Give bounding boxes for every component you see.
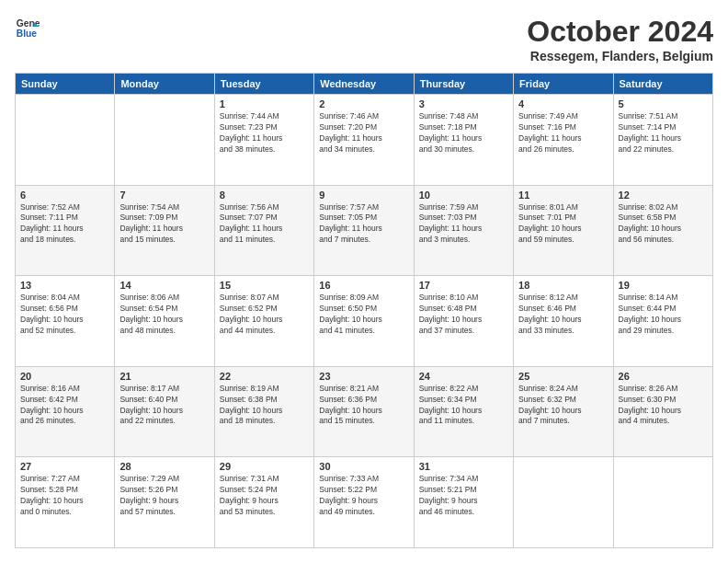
cell-content: Sunrise: 8:17 AM Sunset: 6:40 PM Dayligh… xyxy=(119,384,209,428)
cell-1-7: 5Sunrise: 7:51 AM Sunset: 7:14 PM Daylig… xyxy=(613,95,712,186)
cell-content: Sunrise: 8:12 AM Sunset: 6:46 PM Dayligh… xyxy=(518,293,608,337)
col-monday: Monday xyxy=(115,74,214,95)
cell-3-2: 14Sunrise: 8:06 AM Sunset: 6:54 PM Dayli… xyxy=(115,276,214,367)
cell-content: Sunrise: 8:26 AM Sunset: 6:30 PM Dayligh… xyxy=(619,384,708,428)
col-wednesday: Wednesday xyxy=(314,74,414,95)
day-number: 8 xyxy=(220,190,309,201)
day-number: 2 xyxy=(319,98,408,109)
cell-content: Sunrise: 7:51 AM Sunset: 7:14 PM Dayligh… xyxy=(619,111,708,155)
cell-content: Sunrise: 7:31 AM Sunset: 5:24 PM Dayligh… xyxy=(220,474,309,518)
day-number: 22 xyxy=(220,371,309,382)
day-number: 18 xyxy=(518,280,608,291)
cell-3-4: 16Sunrise: 8:09 AM Sunset: 6:50 PM Dayli… xyxy=(314,276,414,367)
cell-2-1: 6Sunrise: 7:52 AM Sunset: 7:11 PM Daylig… xyxy=(16,185,115,276)
cell-content: Sunrise: 8:06 AM Sunset: 6:54 PM Dayligh… xyxy=(119,293,209,337)
cell-3-5: 17Sunrise: 8:10 AM Sunset: 6:48 PM Dayli… xyxy=(414,276,513,367)
logo-icon: General Blue xyxy=(15,15,40,40)
cell-2-6: 11Sunrise: 8:01 AM Sunset: 7:01 PM Dayli… xyxy=(514,185,613,276)
cell-content: Sunrise: 7:56 AM Sunset: 7:07 PM Dayligh… xyxy=(220,202,309,247)
day-number: 5 xyxy=(619,98,708,109)
day-number: 13 xyxy=(20,280,109,291)
col-tuesday: Tuesday xyxy=(214,74,313,95)
day-number: 14 xyxy=(119,280,209,291)
week-row-4: 20Sunrise: 8:16 AM Sunset: 6:42 PM Dayli… xyxy=(16,366,713,457)
col-sunday: Sunday xyxy=(16,74,115,95)
month-title: October 2024 xyxy=(527,15,713,49)
day-number: 29 xyxy=(220,461,309,472)
cell-content: Sunrise: 7:52 AM Sunset: 7:11 PM Dayligh… xyxy=(20,202,109,247)
cell-content: Sunrise: 7:49 AM Sunset: 7:16 PM Dayligh… xyxy=(518,111,608,155)
col-friday: Friday xyxy=(514,74,613,95)
col-thursday: Thursday xyxy=(414,74,513,95)
day-number: 7 xyxy=(119,190,209,201)
cell-5-1: 27Sunrise: 7:27 AM Sunset: 5:28 PM Dayli… xyxy=(16,457,115,548)
cell-1-6: 4Sunrise: 7:49 AM Sunset: 7:16 PM Daylig… xyxy=(514,95,613,186)
cell-content: Sunrise: 7:33 AM Sunset: 5:22 PM Dayligh… xyxy=(319,474,408,518)
cell-2-2: 7Sunrise: 7:54 AM Sunset: 7:09 PM Daylig… xyxy=(115,185,214,276)
cell-2-3: 8Sunrise: 7:56 AM Sunset: 7:07 PM Daylig… xyxy=(214,185,313,276)
cell-4-5: 24Sunrise: 8:22 AM Sunset: 6:34 PM Dayli… xyxy=(414,366,513,457)
cell-5-7 xyxy=(613,457,712,548)
day-number: 15 xyxy=(220,280,309,291)
title-block: October 2024 Ressegem, Flanders, Belgium xyxy=(527,15,713,63)
day-number: 24 xyxy=(419,371,508,382)
cell-1-2 xyxy=(115,95,214,186)
day-number: 19 xyxy=(619,280,708,291)
page: General Blue October 2024 Ressegem, Flan… xyxy=(0,0,728,563)
day-number: 21 xyxy=(119,371,209,382)
day-number: 20 xyxy=(20,371,109,382)
cell-5-5: 31Sunrise: 7:34 AM Sunset: 5:21 PM Dayli… xyxy=(414,457,513,548)
cell-5-3: 29Sunrise: 7:31 AM Sunset: 5:24 PM Dayli… xyxy=(214,457,313,548)
cell-4-4: 23Sunrise: 8:21 AM Sunset: 6:36 PM Dayli… xyxy=(314,366,414,457)
cell-1-5: 3Sunrise: 7:48 AM Sunset: 7:18 PM Daylig… xyxy=(414,95,513,186)
cell-2-4: 9Sunrise: 7:57 AM Sunset: 7:05 PM Daylig… xyxy=(314,185,414,276)
day-number: 25 xyxy=(518,371,608,382)
cell-content: Sunrise: 8:04 AM Sunset: 6:56 PM Dayligh… xyxy=(20,293,109,337)
cell-content: Sunrise: 7:27 AM Sunset: 5:28 PM Dayligh… xyxy=(20,474,109,518)
cell-content: Sunrise: 7:34 AM Sunset: 5:21 PM Dayligh… xyxy=(419,474,508,518)
week-row-1: 1Sunrise: 7:44 AM Sunset: 7:23 PM Daylig… xyxy=(16,95,713,186)
location: Ressegem, Flanders, Belgium xyxy=(527,49,713,63)
cell-4-6: 25Sunrise: 8:24 AM Sunset: 6:32 PM Dayli… xyxy=(514,366,613,457)
cell-content: Sunrise: 8:24 AM Sunset: 6:32 PM Dayligh… xyxy=(518,384,608,428)
day-number: 28 xyxy=(119,461,209,472)
cell-content: Sunrise: 8:07 AM Sunset: 6:52 PM Dayligh… xyxy=(220,293,309,337)
week-row-3: 13Sunrise: 8:04 AM Sunset: 6:56 PM Dayli… xyxy=(16,276,713,367)
cell-content: Sunrise: 7:46 AM Sunset: 7:20 PM Dayligh… xyxy=(319,111,408,155)
cell-content: Sunrise: 8:10 AM Sunset: 6:48 PM Dayligh… xyxy=(419,293,508,337)
svg-text:Blue: Blue xyxy=(17,29,38,39)
day-number: 17 xyxy=(419,280,508,291)
calendar-header-row: Sunday Monday Tuesday Wednesday Thursday… xyxy=(16,74,713,95)
cell-4-2: 21Sunrise: 8:17 AM Sunset: 6:40 PM Dayli… xyxy=(115,366,214,457)
day-number: 30 xyxy=(319,461,408,472)
day-number: 16 xyxy=(319,280,408,291)
logo: General Blue xyxy=(15,15,40,40)
cell-content: Sunrise: 8:09 AM Sunset: 6:50 PM Dayligh… xyxy=(319,293,408,337)
cell-4-7: 26Sunrise: 8:26 AM Sunset: 6:30 PM Dayli… xyxy=(613,366,712,457)
cell-3-1: 13Sunrise: 8:04 AM Sunset: 6:56 PM Dayli… xyxy=(16,276,115,367)
day-number: 9 xyxy=(319,190,408,201)
cell-3-7: 19Sunrise: 8:14 AM Sunset: 6:44 PM Dayli… xyxy=(613,276,712,367)
day-number: 26 xyxy=(619,371,708,382)
cell-content: Sunrise: 7:48 AM Sunset: 7:18 PM Dayligh… xyxy=(419,111,508,155)
day-number: 1 xyxy=(220,98,309,109)
cell-content: Sunrise: 7:59 AM Sunset: 7:03 PM Dayligh… xyxy=(419,202,508,247)
calendar: Sunday Monday Tuesday Wednesday Thursday… xyxy=(15,73,713,548)
day-number: 12 xyxy=(619,190,708,201)
week-row-2: 6Sunrise: 7:52 AM Sunset: 7:11 PM Daylig… xyxy=(16,185,713,276)
cell-2-7: 12Sunrise: 8:02 AM Sunset: 6:58 PM Dayli… xyxy=(613,185,712,276)
cell-content: Sunrise: 7:44 AM Sunset: 7:23 PM Dayligh… xyxy=(220,111,309,155)
day-number: 10 xyxy=(419,190,508,201)
day-number: 27 xyxy=(20,461,109,472)
day-number: 6 xyxy=(20,190,109,201)
cell-3-3: 15Sunrise: 8:07 AM Sunset: 6:52 PM Dayli… xyxy=(214,276,313,367)
cell-content: Sunrise: 8:14 AM Sunset: 6:44 PM Dayligh… xyxy=(619,293,708,337)
cell-content: Sunrise: 7:29 AM Sunset: 5:26 PM Dayligh… xyxy=(119,474,209,518)
cell-content: Sunrise: 8:21 AM Sunset: 6:36 PM Dayligh… xyxy=(319,384,408,428)
week-row-5: 27Sunrise: 7:27 AM Sunset: 5:28 PM Dayli… xyxy=(16,457,713,548)
cell-1-3: 1Sunrise: 7:44 AM Sunset: 7:23 PM Daylig… xyxy=(214,95,313,186)
day-number: 4 xyxy=(518,98,608,109)
cell-content: Sunrise: 8:22 AM Sunset: 6:34 PM Dayligh… xyxy=(419,384,508,428)
day-number: 3 xyxy=(419,98,508,109)
cell-5-4: 30Sunrise: 7:33 AM Sunset: 5:22 PM Dayli… xyxy=(314,457,414,548)
